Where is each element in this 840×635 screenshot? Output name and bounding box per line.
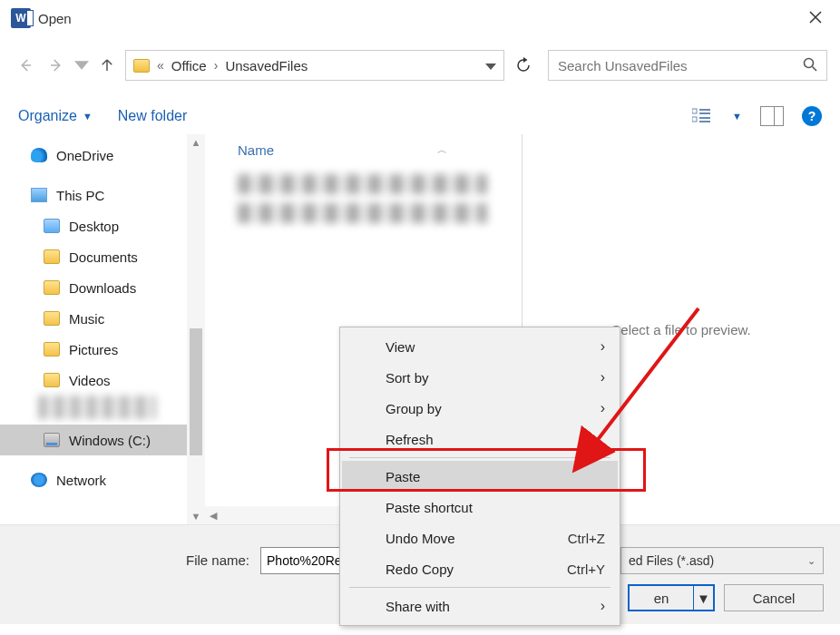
address-bar[interactable]: « Office › UnsavedFiles [125, 50, 504, 81]
cancel-label: Cancel [753, 591, 796, 606]
cm-redo-shortcut: Ctrl+Y [567, 562, 605, 577]
sort-arrow-icon[interactable]: ︿ [437, 143, 447, 157]
cm-groupby-label: Group by [386, 401, 442, 416]
search-input[interactable] [558, 58, 803, 73]
cm-view[interactable]: View› [342, 331, 618, 362]
tree-cdrive[interactable]: Windows (C:) [0, 425, 187, 455]
back-button[interactable] [13, 53, 38, 78]
scroll-up-icon[interactable]: ▲ [187, 134, 205, 151]
cm-separator [349, 587, 610, 588]
cm-groupby[interactable]: Group by› [342, 393, 618, 424]
cancel-button[interactable]: Cancel [724, 584, 824, 611]
cm-undo-move[interactable]: Undo MoveCtrl+Z [342, 523, 618, 553]
music-icon [44, 311, 60, 326]
cdrive-label: Windows (C:) [69, 433, 151, 448]
cm-view-label: View [386, 339, 415, 355]
tree-this-pc[interactable]: This PC [0, 180, 187, 210]
cm-sortby-label: Sort by [386, 370, 429, 386]
desktop-label: Desktop [69, 219, 119, 234]
tree-blurred-item[interactable] [38, 396, 156, 419]
file-row-blurred[interactable] [238, 174, 487, 194]
view-options-button[interactable] [690, 106, 714, 126]
organize-menu[interactable]: Organize ▼ [18, 108, 93, 124]
titlebar: W Open [0, 0, 840, 36]
refresh-button[interactable] [510, 50, 537, 81]
desktop-icon [44, 219, 60, 233]
music-label: Music [69, 311, 104, 327]
filetype-label: ed Files (*.asd) [629, 553, 714, 568]
cm-refresh-label: Refresh [386, 432, 434, 447]
scroll-down-icon[interactable]: ▼ [187, 508, 205, 524]
folder-icon [133, 59, 150, 73]
breadcrumb-arrow-icon: › [214, 58, 219, 73]
view-caret-icon[interactable]: ▼ [732, 111, 742, 122]
cm-paste[interactable]: Paste [342, 461, 618, 492]
videos-label: Videos [69, 373, 111, 388]
thispc-label: This PC [56, 188, 104, 203]
breadcrumb-unsaved[interactable]: UnsavedFiles [225, 58, 308, 73]
tree-music[interactable]: Music [0, 303, 187, 334]
breadcrumb-sep: « [157, 58, 164, 73]
scroll-thumb[interactable] [190, 328, 202, 455]
column-header-row: Name ︿ [205, 134, 522, 165]
tree-onedrive[interactable]: OneDrive [0, 140, 187, 171]
address-dropdown-icon[interactable] [485, 58, 496, 73]
forward-button[interactable] [44, 53, 69, 78]
network-icon [31, 473, 47, 487]
cm-separator [349, 457, 610, 458]
submenu-arrow-icon: › [601, 598, 605, 614]
toolbar: Organize ▼ New folder ▼ ? [0, 98, 840, 134]
tree-desktop[interactable]: Desktop [0, 210, 187, 241]
pc-icon [31, 188, 47, 202]
pictures-label: Pictures [69, 342, 118, 357]
filetype-combo[interactable]: ed Files (*.asd) ⌄ [620, 547, 824, 574]
open-split-dropdown[interactable]: ▼ [693, 586, 713, 610]
open-button[interactable]: en ▼ [628, 584, 715, 611]
cm-redo-copy[interactable]: Redo CopyCtrl+Y [342, 553, 618, 584]
column-name[interactable]: Name [238, 142, 274, 158]
tree-scrollbar[interactable]: ▲ ▼ [187, 134, 205, 524]
tree-videos[interactable]: Videos [0, 365, 187, 396]
preview-pane-button[interactable] [760, 106, 784, 126]
tree-network[interactable]: Network [0, 464, 187, 495]
new-folder-button[interactable]: New folder [118, 108, 187, 124]
drive-icon [44, 433, 60, 447]
breadcrumb-office[interactable]: Office [171, 58, 207, 73]
submenu-arrow-icon: › [601, 369, 605, 386]
recent-dropdown[interactable] [74, 53, 89, 78]
window-title: Open [38, 11, 72, 26]
word-icon: W [11, 8, 31, 28]
up-button[interactable] [94, 53, 120, 78]
preview-hint: Select a file to preview. [611, 322, 750, 337]
tree-documents[interactable]: Documents [0, 241, 187, 272]
svg-point-0 [805, 58, 814, 67]
organize-label: Organize [18, 108, 77, 124]
nav-row: « Office › UnsavedFiles [0, 45, 840, 85]
cm-share-with[interactable]: Share with› [342, 591, 618, 621]
search-icon[interactable] [803, 57, 817, 74]
documents-icon [44, 249, 60, 264]
network-label: Network [56, 473, 106, 488]
cm-refresh[interactable]: Refresh [342, 424, 618, 454]
cm-sortby[interactable]: Sort by› [342, 362, 618, 393]
tree-pictures[interactable]: Pictures [0, 334, 187, 365]
hscroll-left-icon[interactable]: ◀ [205, 510, 221, 522]
file-list[interactable] [205, 165, 522, 232]
videos-icon [44, 373, 60, 387]
close-button[interactable] [802, 5, 829, 32]
svg-rect-2 [692, 117, 697, 122]
help-button[interactable]: ? [802, 106, 822, 126]
pictures-icon [44, 342, 60, 357]
svg-rect-1 [692, 109, 697, 113]
caret-down-icon: ▼ [83, 111, 93, 122]
cm-redo-label: Redo Copy [386, 562, 454, 577]
submenu-arrow-icon: › [601, 338, 605, 355]
tree-downloads[interactable]: Downloads [0, 272, 187, 303]
submenu-arrow-icon: › [601, 400, 605, 416]
cm-undo-shortcut: Ctrl+Z [568, 531, 605, 546]
search-box[interactable] [548, 50, 827, 81]
cm-paste-shortcut[interactable]: Paste shortcut [342, 492, 618, 523]
filename-label: File name: [186, 547, 249, 574]
chevron-down-icon: ⌄ [807, 555, 816, 567]
file-row-blurred[interactable] [238, 203, 487, 223]
